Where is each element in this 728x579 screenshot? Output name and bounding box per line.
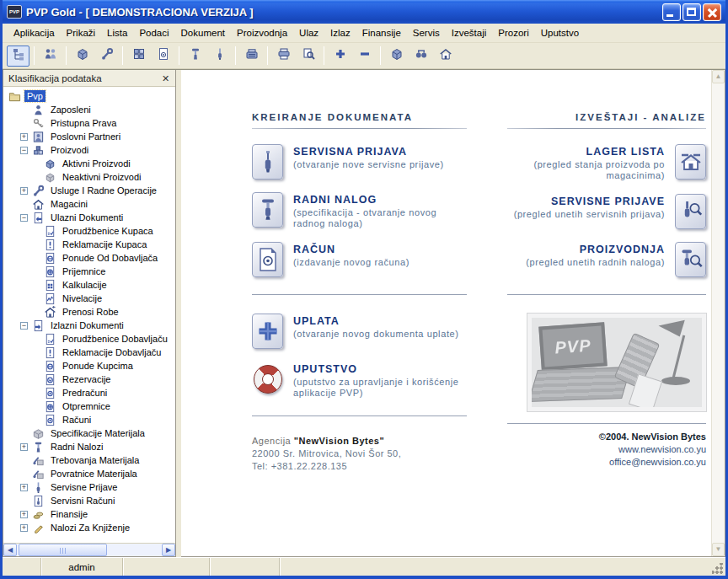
menu-prozori[interactable]: Prozori — [492, 25, 534, 40]
action-title[interactable]: RAČUN — [293, 244, 410, 255]
products-button[interactable] — [71, 46, 94, 67]
tree-item-pristupna-prava[interactable]: Pristupna Prava — [3, 116, 175, 130]
tree-label[interactable]: Nivelacije — [60, 292, 104, 304]
tree-label[interactable]: Izlazni Dokumenti — [48, 319, 126, 331]
tree-label[interactable]: Neaktivni Proizvodi — [60, 171, 144, 183]
tree-item-reklamacije-dobavlja-u[interactable]: Reklamacije Dobavljaču — [3, 346, 175, 359]
action-title[interactable]: LAGER LISTA — [507, 146, 665, 158]
tree-item-poslovni-partneri[interactable]: +Poslovni Partneri — [3, 130, 175, 143]
vendor-website[interactable]: www.newvision.co.yu — [507, 443, 706, 456]
tree-item-finansije[interactable]: +Finansije — [3, 507, 175, 521]
menu-finansije[interactable]: Finansije — [356, 25, 407, 40]
tree-label[interactable]: Servisne Prijave — [48, 481, 120, 493]
menu-uputstvo[interactable]: Uputstvo — [535, 25, 585, 40]
action-title[interactable]: SERVISNE PRIJAVE — [514, 196, 665, 207]
tree-item-servisni-ra-uni[interactable]: Servisni Računi — [3, 494, 175, 507]
action-title[interactable]: RADNI NALOG — [293, 194, 467, 206]
search-button[interactable] — [410, 46, 432, 67]
menu-servis[interactable]: Servis — [407, 25, 446, 40]
tToolSearch-icon[interactable] — [675, 242, 706, 277]
tree-label[interactable]: Trebovanja Materijala — [48, 454, 142, 466]
action-ra-un[interactable]: RAČUN(izdavanje novog računa) — [252, 242, 467, 277]
menu-ulaz[interactable]: Ulaz — [293, 25, 324, 40]
add-button[interactable] — [329, 46, 351, 67]
tree-item-ponude-kupcima[interactable]: Ponude Kupcima — [3, 359, 175, 373]
tree-label[interactable]: Usluge I Radne Operacije — [48, 185, 159, 196]
tree-item-rezervacije[interactable]: Rezervacije — [3, 373, 175, 386]
panel-close-icon[interactable]: ✕ — [159, 72, 172, 84]
expand-icon[interactable]: + — [20, 443, 28, 451]
expand-icon[interactable]: + — [20, 524, 28, 532]
classification-panel-toggle-button[interactable] — [7, 46, 29, 67]
tree-label[interactable]: Prenosi Robe — [60, 306, 121, 318]
docTarget-icon[interactable] — [252, 242, 283, 277]
remove-button[interactable] — [353, 46, 376, 67]
tree-item-trebovanja-materijala[interactable]: Trebovanja Materijala — [3, 453, 175, 467]
menu-lista[interactable]: Lista — [101, 25, 133, 40]
action-uplata[interactable]: UPLATA(otvaranje novog dokumenta uplate) — [252, 314, 467, 349]
tree-label[interactable]: Reklamacije Kupaca — [60, 239, 149, 250]
tree-label[interactable]: Računi — [60, 414, 94, 426]
expand-icon[interactable]: + — [20, 133, 28, 141]
tree-item-izlazni-dokumenti[interactable]: −Izlazni Dokumenti — [3, 319, 175, 332]
tree-label[interactable]: Rezervacije — [60, 373, 113, 385]
tree-label[interactable]: Finansije — [48, 508, 90, 520]
tree-label[interactable]: Predračuni — [60, 387, 110, 399]
magacini-button[interactable] — [434, 46, 457, 67]
action-servisne-prijave[interactable]: SERVISNE PRIJAVE(pregled unetih servisni… — [507, 194, 706, 229]
racun-button[interactable] — [152, 46, 174, 67]
tree-item-aktivni-proizvodi[interactable]: Aktivni Proizvodi — [3, 157, 175, 170]
scroll-up-icon[interactable]: ▲ — [712, 70, 725, 83]
kasa-button[interactable] — [240, 46, 263, 67]
collapse-icon[interactable]: − — [20, 322, 28, 330]
menu-izlaz[interactable]: Izlaz — [324, 25, 356, 40]
minimize-button[interactable] — [662, 3, 681, 21]
tree-item-otpremnice[interactable]: Otpremnice — [3, 399, 175, 413]
tree-horizontal-scrollbar[interactable]: ◀ ▶ — [3, 543, 175, 556]
tree-label[interactable]: Zaposleni — [48, 104, 94, 115]
employees-button[interactable] — [39, 46, 62, 67]
tree-item-ra-uni[interactable]: Računi — [3, 413, 175, 426]
tree-label[interactable]: Reklamacije Dobavljaču — [60, 346, 163, 358]
tree-item-kalkulacije[interactable]: Kalkulacije — [3, 278, 175, 292]
tree-item-specifikacije-materijala[interactable]: Specifikacije Materijala — [3, 426, 175, 440]
tree-item-nalozi-za-knji-enje[interactable]: +Nalozi Za Knjiženje — [3, 521, 175, 534]
tree-label[interactable]: Radni Nalozi — [48, 441, 105, 453]
tree-label[interactable]: Povratnice Materijala — [48, 468, 140, 480]
tree-item-reklamacije-kupaca[interactable]: Reklamacije Kupaca — [3, 238, 175, 251]
tree-label[interactable]: Ulazni Dokumenti — [48, 212, 126, 223]
tree-label[interactable]: Prijemnice — [60, 265, 108, 277]
expand-icon[interactable]: + — [20, 511, 28, 518]
plus-icon[interactable] — [252, 314, 283, 349]
action-title[interactable]: SERVISNA PRIJAVA — [293, 146, 444, 158]
tree-item-magacini[interactable]: Magacini — [3, 197, 175, 211]
tree-item-servisne-prijave[interactable]: +Servisne Prijave — [3, 480, 175, 494]
scroll-right-icon[interactable]: ▶ — [162, 544, 175, 556]
scroll-down-icon[interactable]: ▼ — [712, 543, 725, 556]
tree-label[interactable]: Ponude Od Dobavljača — [60, 252, 160, 264]
screwSearch-icon[interactable] — [675, 194, 706, 229]
tree-label[interactable]: Aktivni Proizvodi — [60, 158, 133, 169]
tree-label[interactable]: Otpremnice — [60, 400, 113, 412]
tree-item-prijemnice[interactable]: Prijemnice — [3, 265, 175, 278]
action-lager-lista[interactable]: LAGER LISTA(pregled stanja proizvoda po … — [507, 144, 706, 181]
tree-item-predra-uni[interactable]: Predračuni — [3, 386, 175, 399]
menu-podaci[interactable]: Podaci — [133, 25, 174, 40]
tree-item-zaposleni[interactable]: Zaposleni — [3, 103, 175, 116]
expand-icon[interactable]: + — [20, 484, 28, 491]
kalkulacija-button[interactable] — [127, 46, 150, 67]
services-button[interactable] — [95, 46, 118, 67]
vendor-email[interactable]: office@newvision.co.yu — [507, 456, 706, 469]
tree-item-ponude-od-dobavlja-a[interactable]: Ponude Od Dobavljača — [3, 251, 175, 265]
action-servisna-prijava[interactable]: SERVISNA PRIJAVA(otvaranje nove servisne… — [252, 144, 467, 180]
servisna-prijava-button[interactable] — [208, 46, 231, 67]
action-title[interactable]: PROIZVODNJA — [526, 244, 665, 255]
print-button[interactable] — [272, 46, 295, 67]
tree-label[interactable]: Pvp — [24, 90, 46, 102]
menu-izve-taji[interactable]: Izveštaji — [446, 25, 493, 40]
collapse-icon[interactable]: − — [20, 214, 28, 222]
tree-label[interactable]: Specifikacije Materijala — [48, 427, 147, 439]
action-radni-nalog[interactable]: RADNI NALOG(specifikacija - otvaranje no… — [252, 192, 467, 229]
collapse-icon[interactable]: − — [20, 147, 28, 154]
homeDoc-icon[interactable] — [675, 144, 706, 180]
